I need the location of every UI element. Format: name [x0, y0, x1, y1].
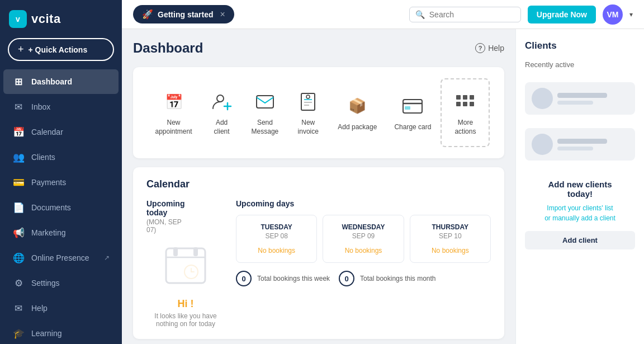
date-badge: (MON, SEP07): [146, 218, 225, 234]
svg-rect-18: [166, 248, 205, 283]
sidebar-item-label: Settings: [31, 279, 60, 288]
add-clients-section: Add new clientstoday! Import your client…: [525, 174, 635, 255]
documents-icon: 📄: [12, 201, 25, 214]
calendar-card: Calendar Upcomingtoday (MON, SEP07): [133, 167, 504, 339]
svg-point-8: [306, 95, 310, 98]
page-title: Dashboard: [133, 40, 203, 56]
upcoming-days-title: Upcoming days: [236, 199, 491, 208]
client-name-bar: [557, 93, 607, 98]
sidebar-nav: ⊞ Dashboard ✉ Inbox 📅 Calendar 👥 Clients…: [0, 69, 122, 344]
sidebar-item-label: Marketing: [31, 228, 65, 237]
calendar-icon: 📅: [12, 126, 25, 138]
svg-rect-4: [301, 93, 315, 110]
hi-text: Hi !: [146, 298, 225, 310]
upcoming-today-label: Upcomingtoday: [146, 199, 225, 217]
sidebar-item-label: Documents: [31, 203, 71, 212]
sidebar-item-documents[interactable]: 📄 Documents: [3, 195, 119, 220]
client-placeholder-1: [525, 82, 635, 115]
svg-rect-15: [456, 102, 461, 106]
add-clients-sub: Import your clients' listor manually add…: [525, 203, 635, 223]
chevron-down-icon[interactable]: ▾: [629, 11, 633, 18]
calendar-title: Calendar: [146, 178, 491, 190]
right-panel: Clients Recently active Add new clientst…: [515, 29, 644, 344]
action-label: Moreactions: [454, 119, 476, 136]
getting-started-pill[interactable]: 🚀 Getting started ×: [133, 5, 234, 23]
action-new-invoice[interactable]: Newinvoice: [288, 84, 328, 142]
help-link[interactable]: ? Help: [475, 43, 504, 53]
sidebar-logo: v vcita: [0, 0, 122, 34]
total-label: Total bookings this week: [257, 275, 330, 282]
client-info: [557, 93, 628, 105]
marketing-icon: 📢: [12, 227, 25, 239]
svg-rect-14: [470, 95, 474, 100]
action-send-message[interactable]: SendMessage: [244, 84, 287, 142]
day-card-thursday: THURSDAY SEP 10 No bookings: [410, 215, 491, 263]
svg-point-0: [217, 95, 224, 102]
help-label: Help: [488, 44, 504, 53]
svg-rect-20: [173, 247, 178, 256]
more-actions-icon: [453, 89, 477, 114]
day-name: WEDNESDAY: [329, 223, 397, 231]
sidebar-item-online-presence[interactable]: 🌐 Online Presence ↗: [3, 246, 119, 270]
sidebar-item-dashboard[interactable]: ⊞ Dashboard: [3, 69, 119, 94]
sidebar-item-clients[interactable]: 👥 Clients: [3, 145, 119, 169]
sidebar-item-marketing[interactable]: 📢 Marketing: [3, 220, 119, 245]
action-charge-card[interactable]: Charge card: [386, 88, 439, 138]
sidebar-item-payments[interactable]: 💳 Payments: [3, 170, 119, 195]
day-card-tuesday: TUESDAY SEP 08 No bookings: [236, 215, 317, 263]
plus-icon: +: [18, 44, 24, 55]
sidebar-item-calendar[interactable]: 📅 Calendar: [3, 120, 119, 144]
day-date: SEP 08: [242, 232, 311, 240]
search-icon: 🔍: [415, 10, 425, 19]
grid-icon: ⊞: [12, 76, 25, 88]
action-add-client[interactable]: Addclient: [202, 84, 242, 142]
quick-actions-button[interactable]: + + Quick Actions: [8, 38, 114, 61]
inbox-icon: ✉: [12, 101, 25, 113]
client-avatar: [532, 134, 553, 155]
total-label: Total bookings this month: [360, 275, 435, 282]
total-bookings-month: 0 Total bookings this month: [339, 271, 435, 286]
online-presence-icon: 🌐: [12, 252, 25, 264]
logo-text: vcita: [31, 12, 61, 26]
sidebar-item-settings[interactable]: ⚙ Settings: [3, 271, 119, 295]
sidebar-item-label: Online Presence: [31, 253, 89, 262]
learning-icon: 🎓: [12, 327, 25, 340]
add-package-icon: 📦: [345, 94, 370, 119]
content-area: Dashboard ? Help 📅 Newappointment: [122, 29, 644, 344]
payments-icon: 💳: [12, 176, 25, 189]
action-label: Charge card: [394, 123, 431, 132]
upgrade-now-button[interactable]: Upgrade Now: [528, 6, 596, 23]
sidebar-item-help[interactable]: ✉ Help: [3, 296, 119, 321]
charge-card-icon: [400, 94, 425, 119]
close-getting-started-button[interactable]: ×: [220, 10, 225, 20]
sidebar-item-inbox[interactable]: ✉ Inbox: [3, 95, 119, 119]
svg-rect-11: [405, 106, 410, 110]
day-date: SEP 10: [416, 232, 485, 240]
main-area: 🚀 Getting started × 🔍 Upgrade Now VM ▾ D…: [122, 0, 644, 344]
action-label: Add package: [338, 123, 377, 132]
days-grid: TUESDAY SEP 08 No bookings WEDNESDAY SEP…: [236, 215, 491, 263]
svg-rect-13: [463, 95, 467, 100]
sidebar-item-label: Calendar: [31, 128, 63, 136]
client-placeholder-2: [525, 128, 635, 161]
action-new-appointment[interactable]: 📅 Newappointment: [148, 84, 200, 142]
total-num: 0: [339, 271, 354, 286]
day-date: SEP 09: [329, 232, 397, 240]
add-client-button[interactable]: Add client: [525, 231, 635, 249]
new-appointment-icon: 📅: [162, 89, 186, 114]
page-header: Dashboard ? Help: [133, 40, 504, 56]
send-message-icon: [253, 89, 277, 114]
sidebar-item-label: Payments: [31, 178, 66, 187]
svg-rect-12: [456, 95, 461, 100]
sidebar-item-label: Help: [31, 304, 48, 313]
sidebar-item-label: Clients: [31, 153, 55, 162]
search-input[interactable]: [429, 10, 515, 19]
sidebar-item-learning[interactable]: 🎓 Learning: [3, 321, 119, 344]
action-label: SendMessage: [252, 119, 279, 136]
action-more-actions[interactable]: Moreactions: [441, 78, 490, 147]
action-add-package[interactable]: 📦 Add package: [330, 88, 385, 138]
sidebar-item-label: Inbox: [31, 102, 50, 111]
client-avatar: [532, 88, 553, 109]
add-client-icon: [210, 89, 234, 114]
avatar[interactable]: VM: [603, 4, 623, 25]
